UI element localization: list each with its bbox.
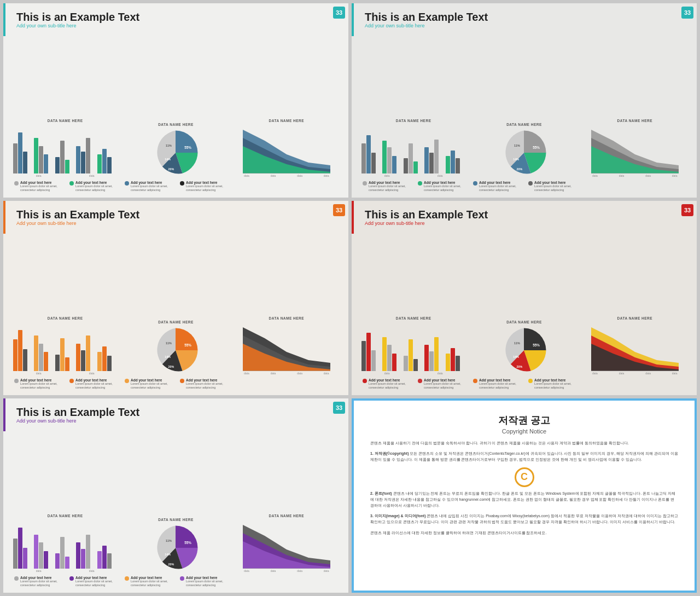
legend-title-5b: Add your text here [75,576,119,580]
pie-chart-section-4: DATA NAME HERE 55% 20% 14% 11% [471,320,577,375]
legend-item-5d: Add your text here Lorem ipsum dolor sit… [180,576,230,587]
bar-1a [13,143,18,173]
x3-label-1: data [36,372,42,375]
x-axis-3: data data [12,372,118,375]
bar-grp2-1 [361,135,381,173]
legend-desc-4d: Lorem ipsum dolor sit amet, consectetur … [534,382,578,390]
legend-dot-2d [528,181,533,186]
legend-title-4d: Add your text here [534,378,578,382]
legend-item-3b: Add your text here Lorem ipsum dolor sit… [69,378,119,390]
legend-dot-5a [14,576,19,581]
area-chart-2 [591,124,679,173]
bar-grp3-3 [55,338,75,371]
pie-svg-4: 55% 20% 14% 11% [499,326,549,375]
legend-desc-4c: Lorem ipsum dolor sit amet, consectetur … [479,382,523,390]
slide-copyright: 저작권 공고 Copyright Notice 콘텐츠 제품을 사용하기 전에 … [352,398,697,593]
pie-s2-1 [524,130,546,153]
slide-5-subtitle: Add your own sub-title here [16,418,340,424]
area-chart-4 [591,322,679,371]
b3-1a [13,339,18,371]
pie-label-20: 20% [168,167,174,170]
bar-2c [44,154,48,173]
b3-3c [65,357,69,371]
b5-1c [23,548,27,569]
x-area-label-3: data [297,174,302,177]
bar-1c [23,152,27,173]
legend-text-3a: Add your text here Lorem ipsum dolor sit… [20,378,64,390]
legend-dot-2a [363,181,367,186]
legend-title-5c: Add your text here [131,576,174,580]
b2-3a [404,158,408,173]
legend-item-4c: Add your text here Lorem ipsum dolor sit… [473,378,523,390]
x-label-1: data [36,174,42,177]
b3-4c [86,335,90,371]
x4-label-2: data [438,372,443,375]
bar-grp2-4 [424,140,444,173]
copyright-section1: 1. 저작권(©copyright) 모든 콘텐츠의 소유 및 저작권은 콘텐츠… [370,450,678,462]
legend-item-2c: Add your text here Lorem ipsum dolor sit… [473,181,523,192]
b3-5b [102,346,107,371]
legend-dot-2b [418,181,422,186]
b2-1a [361,143,366,173]
pie-chart-label-1: DATA NAME HERE [158,123,194,126]
pie4-label-20: 20% [517,364,523,368]
legend-title-1b: Add your text here [75,181,119,184]
legend-text-4d: Add your text here Lorem ipsum dolor sit… [534,378,578,390]
b2-5a [446,156,450,173]
pie-chart-label-3: DATA NAME HERE [158,320,194,324]
b3-1c [23,349,27,371]
legend-title-5a: Add your text here [20,576,64,580]
bar-group-3 [55,141,75,173]
x-axis-1: data data [12,174,118,177]
badge-5: 33 [333,402,345,414]
x-area-label-1: data [244,174,249,177]
slide-2-subtitle: Add your own sub-title here [365,23,688,28]
legend-desc-4a: Lorem ipsum dolor sit amet, consectetur … [369,382,412,390]
area-chart-section-5: DATA NAME HERE data data data data [234,514,340,572]
bar-4b [81,152,85,173]
x2-label-2: data [438,174,443,177]
x2-area-4: data [672,174,678,177]
legend-text-5b: Add your text here Lorem ipsum dolor sit… [75,576,119,587]
b3-5c [107,356,112,371]
pie-chart-section-2: DATA NAME HERE 55% 20% 14% 11% [471,123,577,177]
x3-area-2: data [271,372,276,375]
bar-3a [55,157,60,173]
b5-5a [97,551,102,569]
pie-label-11: 11% [166,144,172,147]
x2-area-1: data [592,174,598,177]
bar-2a [34,138,38,173]
x-axis-4: data data [360,372,466,375]
bar-group-2 [34,138,54,173]
b4-1b [366,333,371,371]
legend-title-2c: Add your text here [479,181,523,184]
legend-item-5b: Add your text here Lorem ipsum dolor sit… [69,576,119,587]
pie-svg-2: 55% 20% 14% 11% [499,128,549,177]
bar-grp3-4 [76,335,96,371]
b4-2b [387,345,392,371]
pie2-label-11: 11% [514,144,520,147]
bar-grp4-1 [361,333,381,371]
pie5-label-55: 55% [185,541,192,545]
pie-s4-1 [524,328,546,350]
copyright-section3: 3. 이미지(image) & 미디어(font) 콘텐츠 내에 삽입된 사진 … [370,513,678,525]
area-chart-label-2: DATA NAME HERE [617,119,652,123]
bar-grp2-3 [404,143,423,173]
bar-chart-section-2: DATA NAME HERE [360,119,466,177]
area-chart-3 [243,322,330,371]
b4-5c [456,356,460,371]
legend-item-4a: Add your text here Lorem ipsum dolor sit… [363,378,412,390]
legend-text-1b: Add your text here Lorem ipsum dolor sit… [75,181,119,192]
pie5-label-20: 20% [168,562,174,565]
area-chart-label-5: DATA NAME HERE [269,514,304,518]
legend-4: Add your text here Lorem ipsum dolor sit… [360,378,688,390]
bar-chart-2 [360,124,466,173]
b4-5b [451,348,455,371]
bar-grp3-5 [97,346,117,371]
pie-s5-1 [176,525,198,548]
b5-5c [107,553,112,569]
legend-dot-5d [180,576,184,581]
pie2-label-20: 20% [517,167,523,170]
x5-area-2: data [271,569,276,572]
copyright-footer-text: 콘텐츠 제품 라이선스에 대한 자세한 정보를 클릭하여 하려면 기재된 콘텐츠… [370,531,546,535]
